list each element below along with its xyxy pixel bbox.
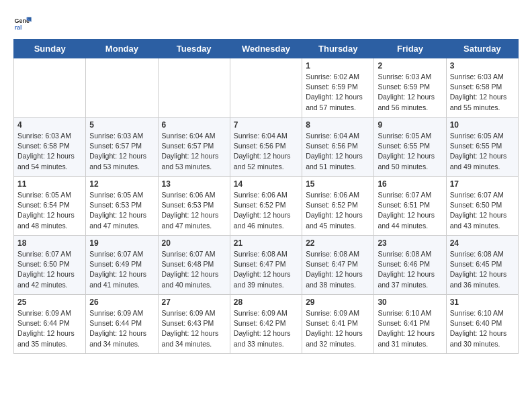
- calendar-cell: 11Sunrise: 6:05 AM Sunset: 6:54 PM Dayli…: [14, 177, 86, 236]
- calendar-cell: 13Sunrise: 6:06 AM Sunset: 6:53 PM Dayli…: [158, 177, 230, 236]
- calendar-cell: 15Sunrise: 6:06 AM Sunset: 6:52 PM Dayli…: [302, 177, 374, 236]
- day-header-wednesday: Wednesday: [230, 40, 302, 58]
- calendar-cell: 27Sunrise: 6:09 AM Sunset: 6:43 PM Dayli…: [158, 295, 230, 354]
- day-number: 7: [234, 120, 298, 130]
- calendar-cell: 30Sunrise: 6:10 AM Sunset: 6:41 PM Dayli…: [374, 295, 446, 354]
- calendar-cell: 16Sunrise: 6:07 AM Sunset: 6:51 PM Dayli…: [374, 177, 446, 236]
- day-info: Sunrise: 6:08 AM Sunset: 6:47 PM Dayligh…: [306, 249, 370, 290]
- days-of-week-row: SundayMondayTuesdayWednesdayThursdayFrid…: [14, 40, 519, 58]
- day-header-monday: Monday: [86, 40, 158, 58]
- day-info: Sunrise: 6:07 AM Sunset: 6:50 PM Dayligh…: [450, 190, 515, 231]
- day-number: 19: [89, 238, 154, 248]
- calendar-cell: 29Sunrise: 6:09 AM Sunset: 6:41 PM Dayli…: [302, 295, 374, 354]
- day-number: 21: [234, 238, 298, 248]
- calendar-cell: [230, 58, 302, 118]
- calendar-cell: 5Sunrise: 6:03 AM Sunset: 6:57 PM Daylig…: [86, 118, 158, 177]
- day-number: 20: [162, 238, 226, 248]
- day-number: 24: [450, 238, 515, 248]
- day-info: Sunrise: 6:03 AM Sunset: 6:58 PM Dayligh…: [17, 131, 82, 172]
- day-info: Sunrise: 6:05 AM Sunset: 6:53 PM Dayligh…: [89, 190, 154, 231]
- day-number: 2: [378, 61, 442, 71]
- calendar-cell: [86, 58, 158, 118]
- calendar-cell: 14Sunrise: 6:06 AM Sunset: 6:52 PM Dayli…: [230, 177, 302, 236]
- calendar-cell: 31Sunrise: 6:10 AM Sunset: 6:40 PM Dayli…: [446, 295, 518, 354]
- day-info: Sunrise: 6:10 AM Sunset: 6:41 PM Dayligh…: [378, 308, 442, 349]
- calendar-cell: 4Sunrise: 6:03 AM Sunset: 6:58 PM Daylig…: [14, 118, 86, 177]
- day-number: 25: [17, 298, 82, 307]
- day-number: 12: [89, 179, 154, 189]
- day-info: Sunrise: 6:07 AM Sunset: 6:50 PM Dayligh…: [17, 249, 82, 290]
- day-info: Sunrise: 6:05 AM Sunset: 6:55 PM Dayligh…: [378, 131, 442, 172]
- day-header-thursday: Thursday: [302, 40, 374, 58]
- day-info: Sunrise: 6:10 AM Sunset: 6:40 PM Dayligh…: [450, 308, 515, 349]
- day-number: 29: [306, 298, 370, 307]
- logo-icon: Gene ral: [13, 13, 32, 32]
- day-info: Sunrise: 6:06 AM Sunset: 6:52 PM Dayligh…: [234, 190, 298, 231]
- day-number: 9: [378, 120, 442, 130]
- day-number: 13: [162, 179, 226, 189]
- calendar-cell: 21Sunrise: 6:08 AM Sunset: 6:47 PM Dayli…: [230, 236, 302, 295]
- day-number: 16: [378, 179, 442, 189]
- calendar-cell: 6Sunrise: 6:04 AM Sunset: 6:57 PM Daylig…: [158, 118, 230, 177]
- calendar-cell: 22Sunrise: 6:08 AM Sunset: 6:47 PM Dayli…: [302, 236, 374, 295]
- day-info: Sunrise: 6:08 AM Sunset: 6:45 PM Dayligh…: [450, 249, 515, 290]
- calendar-cell: 12Sunrise: 6:05 AM Sunset: 6:53 PM Dayli…: [86, 177, 158, 236]
- day-number: 18: [17, 238, 82, 248]
- day-number: 30: [378, 298, 442, 307]
- week-row-4: 18Sunrise: 6:07 AM Sunset: 6:50 PM Dayli…: [14, 236, 519, 295]
- calendar-cell: 7Sunrise: 6:04 AM Sunset: 6:56 PM Daylig…: [230, 118, 302, 177]
- calendar-cell: 3Sunrise: 6:03 AM Sunset: 6:58 PM Daylig…: [446, 58, 518, 118]
- calendar-cell: 8Sunrise: 6:04 AM Sunset: 6:56 PM Daylig…: [302, 118, 374, 177]
- day-info: Sunrise: 6:08 AM Sunset: 6:47 PM Dayligh…: [234, 249, 298, 290]
- calendar-cell: 23Sunrise: 6:08 AM Sunset: 6:46 PM Dayli…: [374, 236, 446, 295]
- day-info: Sunrise: 6:07 AM Sunset: 6:48 PM Dayligh…: [162, 249, 226, 290]
- day-number: 10: [450, 120, 515, 130]
- day-header-tuesday: Tuesday: [158, 40, 230, 58]
- day-number: 27: [162, 298, 226, 307]
- week-row-5: 25Sunrise: 6:09 AM Sunset: 6:44 PM Dayli…: [14, 295, 519, 354]
- day-info: Sunrise: 6:09 AM Sunset: 6:44 PM Dayligh…: [89, 308, 154, 349]
- calendar-table: SundayMondayTuesdayWednesdayThursdayFrid…: [13, 39, 519, 354]
- day-header-friday: Friday: [374, 40, 446, 58]
- calendar-cell: 18Sunrise: 6:07 AM Sunset: 6:50 PM Dayli…: [14, 236, 86, 295]
- page-header: Gene ral: [13, 13, 519, 32]
- calendar-cell: 28Sunrise: 6:09 AM Sunset: 6:42 PM Dayli…: [230, 295, 302, 354]
- day-number: 31: [450, 298, 515, 307]
- day-number: 3: [450, 61, 515, 71]
- calendar-cell: 2Sunrise: 6:03 AM Sunset: 6:59 PM Daylig…: [374, 58, 446, 118]
- day-info: Sunrise: 6:09 AM Sunset: 6:41 PM Dayligh…: [306, 308, 370, 349]
- day-info: Sunrise: 6:02 AM Sunset: 6:59 PM Dayligh…: [306, 72, 370, 113]
- day-number: 8: [306, 120, 370, 130]
- day-info: Sunrise: 6:04 AM Sunset: 6:56 PM Dayligh…: [234, 131, 298, 172]
- week-row-1: 1Sunrise: 6:02 AM Sunset: 6:59 PM Daylig…: [14, 58, 519, 118]
- calendar-cell: 26Sunrise: 6:09 AM Sunset: 6:44 PM Dayli…: [86, 295, 158, 354]
- calendar-body: 1Sunrise: 6:02 AM Sunset: 6:59 PM Daylig…: [14, 58, 519, 354]
- day-number: 5: [89, 120, 154, 130]
- day-info: Sunrise: 6:04 AM Sunset: 6:56 PM Dayligh…: [306, 131, 370, 172]
- day-info: Sunrise: 6:05 AM Sunset: 6:55 PM Dayligh…: [450, 131, 515, 172]
- day-info: Sunrise: 6:06 AM Sunset: 6:52 PM Dayligh…: [306, 190, 370, 231]
- day-header-saturday: Saturday: [446, 40, 518, 58]
- day-info: Sunrise: 6:08 AM Sunset: 6:46 PM Dayligh…: [378, 249, 442, 290]
- day-number: 17: [450, 179, 515, 189]
- calendar-cell: [14, 58, 86, 118]
- day-number: 15: [306, 179, 370, 189]
- day-number: 11: [17, 179, 82, 189]
- calendar-cell: [158, 58, 230, 118]
- calendar-cell: 19Sunrise: 6:07 AM Sunset: 6:49 PM Dayli…: [86, 236, 158, 295]
- calendar-cell: 24Sunrise: 6:08 AM Sunset: 6:45 PM Dayli…: [446, 236, 518, 295]
- day-number: 22: [306, 238, 370, 248]
- calendar-cell: 1Sunrise: 6:02 AM Sunset: 6:59 PM Daylig…: [302, 58, 374, 118]
- day-number: 28: [234, 298, 298, 307]
- day-header-sunday: Sunday: [14, 40, 86, 58]
- logo: Gene ral: [13, 13, 35, 32]
- day-number: 1: [306, 61, 370, 71]
- calendar-cell: 20Sunrise: 6:07 AM Sunset: 6:48 PM Dayli…: [158, 236, 230, 295]
- day-info: Sunrise: 6:09 AM Sunset: 6:44 PM Dayligh…: [17, 308, 82, 349]
- calendar-cell: 25Sunrise: 6:09 AM Sunset: 6:44 PM Dayli…: [14, 295, 86, 354]
- day-info: Sunrise: 6:07 AM Sunset: 6:51 PM Dayligh…: [378, 190, 442, 231]
- day-info: Sunrise: 6:03 AM Sunset: 6:58 PM Dayligh…: [450, 72, 515, 113]
- day-number: 23: [378, 238, 442, 248]
- day-info: Sunrise: 6:09 AM Sunset: 6:43 PM Dayligh…: [162, 308, 226, 349]
- day-info: Sunrise: 6:09 AM Sunset: 6:42 PM Dayligh…: [234, 308, 298, 349]
